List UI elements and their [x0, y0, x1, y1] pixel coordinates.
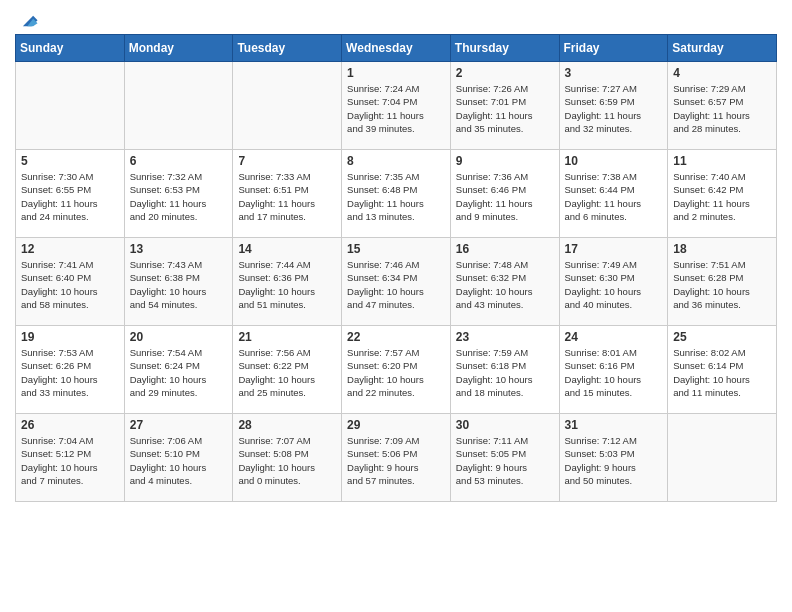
day-info: Sunrise: 7:44 AM Sunset: 6:36 PM Dayligh…	[238, 258, 336, 311]
page-header	[15, 10, 777, 26]
day-info: Sunrise: 7:11 AM Sunset: 5:05 PM Dayligh…	[456, 434, 554, 487]
calendar-cell	[668, 414, 777, 502]
day-header-sunday: Sunday	[16, 35, 125, 62]
calendar-cell: 7Sunrise: 7:33 AM Sunset: 6:51 PM Daylig…	[233, 150, 342, 238]
calendar-cell: 12Sunrise: 7:41 AM Sunset: 6:40 PM Dayli…	[16, 238, 125, 326]
calendar-cell: 16Sunrise: 7:48 AM Sunset: 6:32 PM Dayli…	[450, 238, 559, 326]
logo-icon	[17, 10, 39, 32]
day-number: 23	[456, 330, 554, 344]
calendar-cell: 9Sunrise: 7:36 AM Sunset: 6:46 PM Daylig…	[450, 150, 559, 238]
day-info: Sunrise: 7:06 AM Sunset: 5:10 PM Dayligh…	[130, 434, 228, 487]
calendar-week-3: 12Sunrise: 7:41 AM Sunset: 6:40 PM Dayli…	[16, 238, 777, 326]
day-info: Sunrise: 7:36 AM Sunset: 6:46 PM Dayligh…	[456, 170, 554, 223]
calendar-cell: 23Sunrise: 7:59 AM Sunset: 6:18 PM Dayli…	[450, 326, 559, 414]
day-number: 8	[347, 154, 445, 168]
day-number: 30	[456, 418, 554, 432]
day-info: Sunrise: 7:49 AM Sunset: 6:30 PM Dayligh…	[565, 258, 663, 311]
calendar-cell: 15Sunrise: 7:46 AM Sunset: 6:34 PM Dayli…	[342, 238, 451, 326]
day-number: 18	[673, 242, 771, 256]
day-info: Sunrise: 7:54 AM Sunset: 6:24 PM Dayligh…	[130, 346, 228, 399]
day-number: 28	[238, 418, 336, 432]
calendar-header-row: SundayMondayTuesdayWednesdayThursdayFrid…	[16, 35, 777, 62]
calendar-cell: 13Sunrise: 7:43 AM Sunset: 6:38 PM Dayli…	[124, 238, 233, 326]
day-info: Sunrise: 7:48 AM Sunset: 6:32 PM Dayligh…	[456, 258, 554, 311]
day-number: 6	[130, 154, 228, 168]
calendar-week-1: 1Sunrise: 7:24 AM Sunset: 7:04 PM Daylig…	[16, 62, 777, 150]
day-info: Sunrise: 7:27 AM Sunset: 6:59 PM Dayligh…	[565, 82, 663, 135]
calendar-week-4: 19Sunrise: 7:53 AM Sunset: 6:26 PM Dayli…	[16, 326, 777, 414]
day-header-monday: Monday	[124, 35, 233, 62]
day-info: Sunrise: 7:32 AM Sunset: 6:53 PM Dayligh…	[130, 170, 228, 223]
day-header-friday: Friday	[559, 35, 668, 62]
day-info: Sunrise: 7:30 AM Sunset: 6:55 PM Dayligh…	[21, 170, 119, 223]
calendar-cell: 31Sunrise: 7:12 AM Sunset: 5:03 PM Dayli…	[559, 414, 668, 502]
day-number: 1	[347, 66, 445, 80]
calendar-cell: 26Sunrise: 7:04 AM Sunset: 5:12 PM Dayli…	[16, 414, 125, 502]
calendar-cell: 25Sunrise: 8:02 AM Sunset: 6:14 PM Dayli…	[668, 326, 777, 414]
day-number: 9	[456, 154, 554, 168]
day-info: Sunrise: 7:43 AM Sunset: 6:38 PM Dayligh…	[130, 258, 228, 311]
day-info: Sunrise: 7:09 AM Sunset: 5:06 PM Dayligh…	[347, 434, 445, 487]
day-number: 20	[130, 330, 228, 344]
calendar-week-5: 26Sunrise: 7:04 AM Sunset: 5:12 PM Dayli…	[16, 414, 777, 502]
calendar-table: SundayMondayTuesdayWednesdayThursdayFrid…	[15, 34, 777, 502]
calendar-cell: 11Sunrise: 7:40 AM Sunset: 6:42 PM Dayli…	[668, 150, 777, 238]
logo	[15, 10, 39, 26]
day-info: Sunrise: 7:46 AM Sunset: 6:34 PM Dayligh…	[347, 258, 445, 311]
day-number: 21	[238, 330, 336, 344]
day-info: Sunrise: 7:04 AM Sunset: 5:12 PM Dayligh…	[21, 434, 119, 487]
day-number: 17	[565, 242, 663, 256]
calendar-cell: 30Sunrise: 7:11 AM Sunset: 5:05 PM Dayli…	[450, 414, 559, 502]
calendar-cell	[16, 62, 125, 150]
calendar-cell: 20Sunrise: 7:54 AM Sunset: 6:24 PM Dayli…	[124, 326, 233, 414]
calendar-cell: 14Sunrise: 7:44 AM Sunset: 6:36 PM Dayli…	[233, 238, 342, 326]
calendar-cell: 29Sunrise: 7:09 AM Sunset: 5:06 PM Dayli…	[342, 414, 451, 502]
day-header-tuesday: Tuesday	[233, 35, 342, 62]
calendar-cell: 10Sunrise: 7:38 AM Sunset: 6:44 PM Dayli…	[559, 150, 668, 238]
calendar-cell: 1Sunrise: 7:24 AM Sunset: 7:04 PM Daylig…	[342, 62, 451, 150]
day-number: 22	[347, 330, 445, 344]
day-info: Sunrise: 7:53 AM Sunset: 6:26 PM Dayligh…	[21, 346, 119, 399]
day-number: 15	[347, 242, 445, 256]
day-number: 26	[21, 418, 119, 432]
day-info: Sunrise: 8:02 AM Sunset: 6:14 PM Dayligh…	[673, 346, 771, 399]
calendar-cell: 28Sunrise: 7:07 AM Sunset: 5:08 PM Dayli…	[233, 414, 342, 502]
calendar-cell: 17Sunrise: 7:49 AM Sunset: 6:30 PM Dayli…	[559, 238, 668, 326]
day-info: Sunrise: 7:40 AM Sunset: 6:42 PM Dayligh…	[673, 170, 771, 223]
day-number: 24	[565, 330, 663, 344]
calendar-week-2: 5Sunrise: 7:30 AM Sunset: 6:55 PM Daylig…	[16, 150, 777, 238]
calendar-cell: 18Sunrise: 7:51 AM Sunset: 6:28 PM Dayli…	[668, 238, 777, 326]
day-number: 11	[673, 154, 771, 168]
day-number: 4	[673, 66, 771, 80]
day-number: 3	[565, 66, 663, 80]
calendar-cell: 8Sunrise: 7:35 AM Sunset: 6:48 PM Daylig…	[342, 150, 451, 238]
day-info: Sunrise: 7:41 AM Sunset: 6:40 PM Dayligh…	[21, 258, 119, 311]
day-info: Sunrise: 7:59 AM Sunset: 6:18 PM Dayligh…	[456, 346, 554, 399]
calendar-cell: 6Sunrise: 7:32 AM Sunset: 6:53 PM Daylig…	[124, 150, 233, 238]
day-info: Sunrise: 7:33 AM Sunset: 6:51 PM Dayligh…	[238, 170, 336, 223]
day-header-thursday: Thursday	[450, 35, 559, 62]
calendar-cell: 2Sunrise: 7:26 AM Sunset: 7:01 PM Daylig…	[450, 62, 559, 150]
day-number: 13	[130, 242, 228, 256]
day-info: Sunrise: 7:29 AM Sunset: 6:57 PM Dayligh…	[673, 82, 771, 135]
calendar-cell: 27Sunrise: 7:06 AM Sunset: 5:10 PM Dayli…	[124, 414, 233, 502]
day-number: 7	[238, 154, 336, 168]
calendar-cell: 4Sunrise: 7:29 AM Sunset: 6:57 PM Daylig…	[668, 62, 777, 150]
day-number: 10	[565, 154, 663, 168]
day-number: 16	[456, 242, 554, 256]
day-info: Sunrise: 7:07 AM Sunset: 5:08 PM Dayligh…	[238, 434, 336, 487]
day-number: 2	[456, 66, 554, 80]
calendar-cell	[124, 62, 233, 150]
day-number: 5	[21, 154, 119, 168]
day-header-saturday: Saturday	[668, 35, 777, 62]
day-number: 12	[21, 242, 119, 256]
day-info: Sunrise: 7:12 AM Sunset: 5:03 PM Dayligh…	[565, 434, 663, 487]
day-header-wednesday: Wednesday	[342, 35, 451, 62]
day-number: 19	[21, 330, 119, 344]
day-number: 31	[565, 418, 663, 432]
day-number: 14	[238, 242, 336, 256]
calendar-cell	[233, 62, 342, 150]
day-info: Sunrise: 7:26 AM Sunset: 7:01 PM Dayligh…	[456, 82, 554, 135]
day-info: Sunrise: 7:56 AM Sunset: 6:22 PM Dayligh…	[238, 346, 336, 399]
day-info: Sunrise: 7:24 AM Sunset: 7:04 PM Dayligh…	[347, 82, 445, 135]
